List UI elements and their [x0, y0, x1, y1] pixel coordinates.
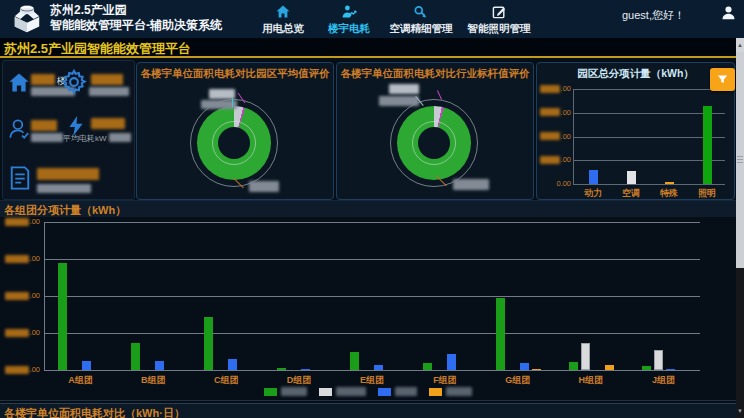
- legend-item-series-white[interactable]: [319, 387, 366, 396]
- stat-sub-blurred: [109, 133, 131, 142]
- link-icon: [413, 6, 429, 23]
- x-category-label: B组团: [133, 374, 173, 387]
- gridline: [573, 184, 725, 185]
- scroll-up-arrow-icon[interactable]: ▲: [736, 38, 744, 52]
- legend-label-blurred: [446, 387, 472, 396]
- x-category-label: C组团: [206, 374, 246, 387]
- legend-item-series-blue[interactable]: [378, 387, 417, 396]
- greeting-text: guest,您好！: [622, 8, 685, 23]
- series-green-bar: [58, 263, 67, 370]
- legend-item-series-green[interactable]: [264, 387, 307, 396]
- donut-label-blurred: [379, 96, 419, 106]
- nav-item-4[interactable]: 智能照明管理: [460, 2, 538, 36]
- donut-inner-ring: [212, 121, 256, 165]
- y-tick-label: .00: [4, 328, 40, 337]
- y-tick-label: .00: [4, 217, 40, 226]
- y-tick-label: 0.00: [539, 179, 571, 188]
- scrollbar-thumb[interactable]: [736, 52, 744, 268]
- legend-swatch: [378, 388, 391, 396]
- stat-value-blurred: [91, 74, 123, 85]
- gridline: [44, 222, 700, 223]
- series-green-bar: [642, 366, 651, 370]
- series-green-bar: [569, 362, 578, 370]
- y-tick-label: .00: [539, 108, 571, 117]
- series-white-bar: [581, 343, 590, 370]
- legend-label-blurred: [336, 387, 366, 396]
- home-icon: [275, 6, 291, 23]
- main-nav: 用电总览楼宇电耗空调精细管理智能照明管理: [250, 2, 538, 36]
- legend-swatch: [264, 388, 277, 396]
- series-blue-bar: [228, 359, 237, 370]
- gridline: [573, 89, 725, 90]
- y-axis: [44, 222, 45, 370]
- stat-sub-blurred: [37, 184, 91, 193]
- divider: [0, 400, 736, 401]
- series-green-bar: [496, 298, 505, 370]
- x-category-label: 照明: [689, 187, 725, 200]
- legend-item-series-orange[interactable]: [429, 387, 472, 396]
- stat-sub-blurred: [89, 87, 129, 96]
- y-tick-label: .00: [4, 365, 40, 374]
- gear-icon: [61, 81, 87, 98]
- funnel-icon: [716, 73, 729, 86]
- brand-line2: 智能能效管理平台-辅助决策系统: [50, 18, 222, 33]
- nav-item-2[interactable]: 楼宇电耗: [316, 2, 382, 36]
- nav-item-1[interactable]: 用电总览: [250, 2, 316, 36]
- nav-label: 楼宇电耗: [316, 22, 382, 36]
- series-green-bar: [423, 363, 432, 370]
- x-category-label: J组团: [644, 374, 684, 387]
- stat-item-3-icon-wrap: [7, 117, 31, 145]
- panel-totals-chart: 园区总分项计量（kWh） .00.00.00.000.00动力空调特殊照明: [536, 62, 735, 200]
- y-tick-label: .00: [539, 155, 571, 164]
- gridline: [44, 259, 700, 260]
- series-green-bar: [204, 317, 213, 370]
- x-category-label: A组团: [60, 374, 100, 387]
- stat-value-blurred: [91, 118, 125, 129]
- scrollbar[interactable]: ▲ ▼: [736, 38, 744, 418]
- series-green-bar: [277, 368, 286, 370]
- series-blue-bar: [155, 361, 164, 370]
- panel-donut-left: 各楼宇单位面积电耗对比园区平均值评价: [136, 62, 334, 200]
- person-icon: [7, 127, 31, 144]
- y-tick-label: .00: [539, 84, 571, 93]
- scroll-down-arrow-icon[interactable]: ▼: [736, 404, 744, 418]
- donut-inner-ring: [412, 121, 456, 165]
- stat-value-blurred: [37, 168, 99, 180]
- x-category-label: 空调: [613, 187, 649, 200]
- bar-动力: [589, 170, 598, 184]
- top-nav-bar: 苏州2.5产业园 智能能效管理平台-辅助决策系统 用电总览楼宇电耗空调精细管理智…: [0, 0, 744, 38]
- x-category-label: D组团: [279, 374, 319, 387]
- brand-line1: 苏州2.5产业园: [50, 3, 222, 18]
- nav-label: 空调精细管理: [382, 22, 460, 36]
- bottom-panel-title: 各楼宇单位面积电耗对比（kWh·日）: [4, 406, 185, 418]
- stat-sub-blurred: [31, 133, 63, 142]
- y-tick-label: .00: [539, 132, 571, 141]
- series-white-bar: [654, 350, 663, 370]
- stat-value-blurred: [31, 120, 57, 131]
- x-category-label: E组团: [352, 374, 392, 387]
- y-axis: [573, 89, 574, 184]
- brand: 苏州2.5产业园 智能能效管理平台-辅助决策系统: [50, 3, 222, 33]
- home-icon: [7, 81, 31, 98]
- leader-line: [232, 98, 233, 107]
- bar-特殊: [665, 182, 674, 184]
- x-category-label: F组团: [425, 374, 465, 387]
- nav-label: 用电总览: [250, 22, 316, 36]
- filter-button[interactable]: [710, 68, 735, 91]
- bar-空调: [627, 171, 636, 184]
- y-tick-label: .00: [4, 254, 40, 263]
- nav-item-3[interactable]: 空调精细管理: [382, 2, 460, 36]
- stat-item-1-icon-wrap: [7, 71, 31, 99]
- series-blue-bar: [82, 361, 91, 370]
- legend-label-blurred: [395, 387, 417, 396]
- series-orange-bar: [605, 365, 614, 370]
- document-icon: [7, 177, 33, 194]
- gridline: [44, 370, 700, 371]
- user-icon[interactable]: [720, 4, 737, 25]
- legend-swatch: [429, 388, 442, 396]
- groups-chart: .00.00.00.00.00A组团B组团C组团D组团E组团F组团G组团H组团J…: [0, 216, 736, 386]
- series-blue-bar: [520, 363, 529, 370]
- edit-icon: [491, 6, 507, 23]
- stat-sub-label: 平均电耗kW: [63, 133, 107, 144]
- series-green-bar: [131, 343, 140, 370]
